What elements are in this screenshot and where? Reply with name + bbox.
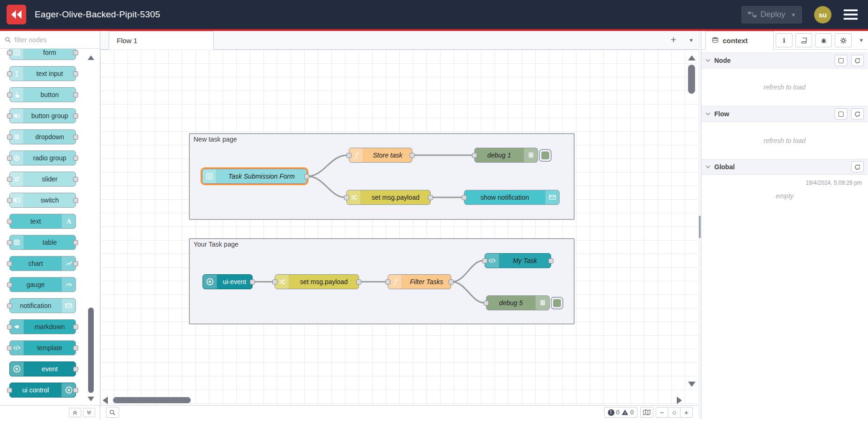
zoom-out-button[interactable]: − (656, 407, 668, 418)
debug-tab-button[interactable] (815, 33, 832, 47)
input-port[interactable] (7, 113, 12, 119)
palette-node-dropdown[interactable]: dropdown (9, 129, 76, 144)
zoom-in-button[interactable]: + (680, 407, 693, 418)
section-header-global[interactable]: Global (702, 159, 868, 175)
output-port[interactable] (449, 279, 454, 285)
input-port[interactable] (7, 177, 12, 182)
output-port[interactable] (73, 367, 78, 372)
debug-enable-toggle[interactable] (539, 149, 552, 162)
input-port[interactable] (7, 156, 12, 161)
palette-node-button[interactable]: button (9, 87, 76, 102)
debug-enable-toggle[interactable] (551, 297, 563, 309)
zoom-reset-button[interactable]: ○ (668, 407, 681, 418)
sidebar-tabs-caret-icon[interactable]: ▾ (860, 37, 863, 44)
splitter-handle[interactable] (699, 216, 701, 238)
flow-node-ui-event[interactable]: ui-event (202, 274, 253, 289)
flow-node-store-task[interactable]: ƒ Store task (349, 148, 412, 163)
input-port[interactable] (484, 301, 489, 306)
input-port[interactable] (7, 303, 12, 308)
palette-node-table[interactable]: table (9, 235, 76, 250)
palette-node-text-input[interactable]: text input (9, 66, 76, 81)
palette-node-button-group[interactable]: button group (9, 108, 76, 123)
input-port[interactable] (7, 50, 12, 55)
flow-context-refresh-button[interactable] (851, 108, 864, 120)
canvas-scroll-down-arrow[interactable] (688, 382, 696, 387)
palette-collapse-all-button[interactable] (69, 408, 81, 417)
output-port[interactable] (548, 258, 554, 263)
section-header-node[interactable]: Node (702, 53, 868, 68)
palette-node-slider[interactable]: slider (9, 172, 76, 187)
palette-filter-input[interactable] (15, 36, 85, 44)
output-port[interactable] (73, 135, 78, 140)
input-port[interactable] (7, 324, 12, 330)
output-port[interactable] (73, 240, 78, 245)
input-port[interactable] (7, 240, 12, 245)
flow-node-my-task[interactable]: My Task (485, 253, 551, 268)
node-context-refresh-button[interactable] (851, 55, 864, 66)
deploy-caret-icon[interactable]: ▾ (790, 11, 797, 18)
flow-node-filter-tasks[interactable]: ƒ Filter Tasks (388, 274, 451, 289)
input-port[interactable] (7, 71, 12, 76)
input-port[interactable] (7, 282, 12, 287)
output-port[interactable] (73, 113, 78, 119)
input-port[interactable] (462, 195, 467, 200)
input-port[interactable] (7, 388, 12, 393)
output-port[interactable] (304, 174, 309, 179)
flow-node-task-submission-form[interactable]: Task Submission Form (202, 169, 307, 184)
output-port[interactable] (73, 346, 78, 351)
palette-node-switch[interactable]: switch (9, 193, 76, 208)
flow-context-expand-button[interactable] (835, 108, 847, 120)
output-port[interactable] (356, 279, 361, 285)
sidebar-splitter[interactable] (698, 31, 702, 419)
add-flow-button[interactable]: + (667, 34, 680, 45)
navigator-button[interactable] (640, 407, 653, 418)
section-header-flow[interactable]: Flow (702, 106, 868, 122)
canvas-search-button[interactable] (106, 407, 119, 418)
user-avatar[interactable]: su (814, 6, 831, 23)
flow-node-set-msg-payload-2[interactable]: set msg.payload (275, 274, 359, 289)
input-port[interactable] (472, 153, 477, 158)
output-port[interactable] (73, 388, 78, 393)
flow-node-debug-1[interactable]: debug 1 (474, 148, 538, 163)
input-port[interactable] (7, 198, 12, 203)
canvas-scroll-left-arrow[interactable] (103, 397, 108, 404)
input-port[interactable] (344, 195, 349, 200)
input-port[interactable] (482, 258, 487, 263)
palette-node-event[interactable]: event (9, 361, 76, 376)
tab-context[interactable]: context (705, 31, 774, 50)
canvas-vertical-scrollbar-thumb[interactable] (688, 65, 695, 94)
settings-tab-button[interactable] (835, 33, 852, 47)
flow-node-show-notification[interactable]: show notification (464, 190, 560, 205)
flow-node-set-msg-payload-1[interactable]: set msg.payload (346, 190, 431, 205)
input-port[interactable] (7, 219, 12, 224)
output-port[interactable] (410, 153, 415, 158)
deploy-button[interactable]: Deploy ▾ (741, 6, 802, 23)
help-tab-button[interactable] (795, 33, 812, 47)
palette-scroll-up-arrow[interactable] (88, 55, 94, 60)
flow-canvas[interactable]: New task page Your Task page (100, 50, 698, 405)
global-context-refresh-button[interactable] (851, 161, 864, 173)
canvas-scroll-right-arrow[interactable] (677, 397, 682, 404)
output-port[interactable] (428, 195, 433, 200)
flow-node-debug-5[interactable]: debug 5 (486, 295, 550, 310)
palette-node-gauge[interactable]: gauge (9, 277, 76, 292)
output-port[interactable] (73, 156, 78, 161)
input-port[interactable] (7, 261, 12, 266)
issue-counts[interactable]: ! 0 ! 0 (604, 407, 637, 418)
flow-list-caret-icon[interactable]: ▾ (689, 37, 693, 44)
input-port[interactable] (7, 346, 12, 351)
input-port[interactable] (7, 92, 12, 98)
palette-node-radio-group[interactable]: radio group (9, 150, 76, 165)
node-context-expand-button[interactable] (835, 55, 847, 66)
output-port[interactable] (73, 324, 78, 330)
tab-flow-1[interactable]: Flow 1 (109, 31, 214, 50)
canvas-horizontal-scrollbar-thumb[interactable] (113, 397, 191, 403)
output-port[interactable] (73, 261, 78, 266)
input-port[interactable] (272, 279, 277, 285)
palette-expand-all-button[interactable] (83, 408, 95, 417)
output-port[interactable] (73, 71, 78, 76)
info-tab-button[interactable]: i (776, 33, 793, 47)
output-port[interactable] (73, 198, 78, 203)
output-port[interactable] (250, 279, 255, 285)
palette-search[interactable] (0, 31, 100, 49)
